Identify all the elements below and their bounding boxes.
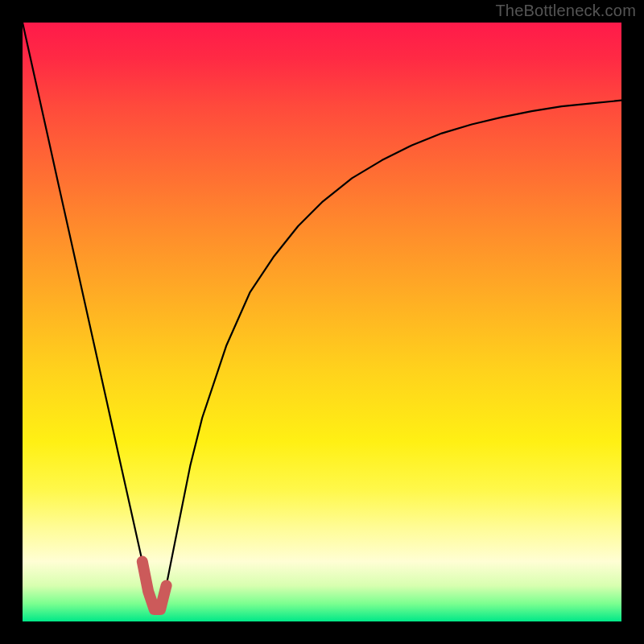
bottleneck-curve <box>23 23 621 609</box>
plot-area <box>23 23 621 621</box>
curve-layer <box>23 23 621 621</box>
watermark-text: TheBottleneck.com <box>495 2 636 20</box>
accent-region <box>142 562 167 610</box>
chart-frame: TheBottleneck.com <box>0 0 644 644</box>
